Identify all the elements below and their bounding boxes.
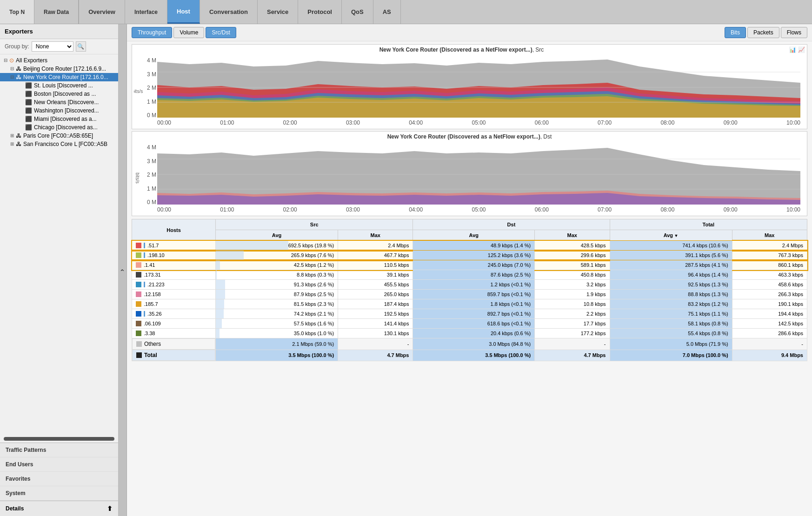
- tab-as[interactable]: AS: [373, 0, 401, 24]
- throughput-button[interactable]: Throughput: [132, 27, 172, 38]
- table-row-host[interactable]: .35.26: [132, 309, 216, 319]
- tree-item-beijing[interactable]: ⊟ 🖧 Beijing Core Router [172.16.6.9...: [0, 65, 118, 73]
- mini-bar-icon: [144, 243, 145, 248]
- tree-item-boston[interactable]: ⬛ Boston [Discovered as ...: [0, 90, 118, 98]
- src-avg-header[interactable]: Avg: [216, 230, 338, 241]
- tab-interface[interactable]: Interface: [125, 0, 167, 24]
- host-name: .06.109: [144, 321, 161, 326]
- color-swatch: [136, 262, 141, 268]
- tree-item-paris[interactable]: ⊞ 🖧 Paris Core [FC00::A5B:65E]: [0, 132, 118, 140]
- tree-item-neworleans[interactable]: ⬛ New Orleans [Discovere...: [0, 98, 118, 106]
- chart-line-icon[interactable]: 📈: [798, 46, 805, 53]
- src-dst-button[interactable]: Src/Dst: [206, 27, 236, 38]
- tab-overview[interactable]: Overview: [79, 0, 125, 24]
- table-row-host[interactable]: .06.109: [132, 319, 216, 329]
- total-total-max: 9.4 Mbps: [732, 350, 807, 361]
- bar-bg: [216, 241, 288, 250]
- data-table: Hosts Src Dst Total Avg Max Avg Max Avg …: [132, 219, 807, 361]
- total-total-avg: 7.0 Mbps (100.0 %): [610, 350, 732, 361]
- src-x-axis: 00:00 01:00 02:00 03:00 04:00 05:00 06:0…: [157, 119, 800, 126]
- total-src-avg: 3.5 Mbps (100.0 %): [216, 350, 338, 361]
- tab-raw-data[interactable]: Raw Data: [34, 0, 79, 24]
- color-swatch: [136, 331, 141, 336]
- router-icon-sf: 🖧: [16, 141, 21, 147]
- tree-all-exporters[interactable]: ⊟ ⊙ All Exporters: [0, 56, 118, 65]
- tab-qos[interactable]: QoS: [342, 0, 373, 24]
- src-max-header[interactable]: Max: [338, 230, 413, 241]
- chart-bar-icon[interactable]: 📊: [789, 46, 796, 53]
- total-avg-cell: 83.2 kbps (1.2 %): [610, 299, 732, 309]
- dst-max-cell: 3.2 kbps: [535, 280, 610, 290]
- others-src-avg: 2.1 Mbps (59.0 %): [216, 338, 338, 350]
- bar-bg: [216, 329, 220, 338]
- tab-top-n[interactable]: Top N: [0, 0, 34, 24]
- src-avg-cell: 91.3 kbps (2.6 %): [216, 280, 338, 290]
- tree-item-newyork[interactable]: ⊟ 🖧 New York Core Router [172.16.0...: [0, 73, 118, 81]
- table-row-host[interactable]: .198.10: [132, 251, 216, 260]
- view-type-buttons: Throughput Volume Src/Dst: [132, 27, 236, 38]
- group-by-select[interactable]: None: [32, 41, 73, 52]
- color-swatch: [136, 301, 141, 307]
- table-row-host[interactable]: .185.7: [132, 299, 216, 309]
- dst-avg-header[interactable]: Avg: [413, 230, 535, 241]
- others-total-max: -: [732, 338, 807, 350]
- total-max-cell: 463.3 kbps: [732, 270, 807, 280]
- src-max-cell: 39.1 kbps: [338, 270, 413, 280]
- table-row-host[interactable]: .173.31: [132, 270, 216, 280]
- bar-bg: [216, 319, 222, 328]
- table-row-host[interactable]: .21.223: [132, 280, 216, 290]
- total-avg-cell: 75.1 kbps (1.1 %): [610, 309, 732, 319]
- total-avg-cell: 287.5 kbps (4.1 %): [610, 260, 732, 270]
- sidebar-bottom: Traffic Patterns End Users Favorites Sys…: [0, 443, 118, 516]
- dst-avg-cell: 245.0 kbps (7.0 %): [413, 260, 535, 270]
- table-row-host[interactable]: .3.38: [132, 329, 216, 338]
- others-row: Others 2.1 Mbps (59.0 %) - 3.0 Mbps (84.…: [132, 338, 807, 350]
- tab-protocol[interactable]: Protocol: [298, 0, 342, 24]
- dst-avg-cell: 125.2 kbps (3.6 %): [413, 251, 535, 260]
- collapse-sidebar-button[interactable]: ‹: [119, 24, 127, 516]
- hosts-header[interactable]: Hosts: [132, 219, 216, 241]
- search-button[interactable]: 🔍: [76, 41, 86, 52]
- src-max-cell: 467.7 kbps: [338, 251, 413, 260]
- volume-button[interactable]: Volume: [173, 27, 204, 38]
- bar-bg: [216, 280, 225, 289]
- dst-max-cell: 177.2 kbps: [535, 329, 610, 338]
- dst-max-header[interactable]: Max: [535, 230, 610, 241]
- bar-bg: [216, 290, 225, 299]
- src-avg-cell: 42.5 kbps (1.2 %): [216, 260, 338, 270]
- iface-icon-chi: ⬛: [25, 124, 32, 131]
- table-area: Hosts Src Dst Total Avg Max Avg Max Avg …: [127, 219, 812, 516]
- sidebar-traffic-patterns[interactable]: Traffic Patterns: [0, 443, 118, 457]
- sidebar-system[interactable]: System: [0, 486, 118, 501]
- sidebar-details[interactable]: Details ⬆: [0, 501, 118, 516]
- total-avg-cell: 96.4 kbps (1.4 %): [610, 270, 732, 280]
- sidebar: Exporters Group by: None 🔍 ⊟ ⊙ All Expor…: [0, 24, 119, 516]
- color-swatch: [136, 311, 141, 317]
- packets-button[interactable]: Packets: [747, 27, 779, 38]
- tree-item-chicago[interactable]: ⬛ Chicago [Discovered as...: [0, 123, 118, 132]
- table-row-host[interactable]: .12.158: [132, 290, 216, 299]
- sidebar-end-users[interactable]: End Users: [0, 457, 118, 472]
- tree-item-miami[interactable]: ⬛ Miami [Discovered as a...: [0, 115, 118, 123]
- sidebar-favorites[interactable]: Favorites: [0, 472, 118, 486]
- tree-item-stlouis[interactable]: ⬛ St. Louis [Discovered ...: [0, 81, 118, 90]
- src-max-cell: 2.4 Mbps: [338, 241, 413, 251]
- host-name: .35.26: [147, 311, 162, 317]
- total-max-header[interactable]: Max: [732, 230, 807, 241]
- dst-max-cell: 428.5 kbps: [535, 241, 610, 251]
- dst-avg-cell: 20.4 kbps (0.6 %): [413, 329, 535, 338]
- tree-item-washington[interactable]: ⬛ Washington [Discovered...: [0, 106, 118, 115]
- tab-conversation[interactable]: Conversation: [200, 0, 258, 24]
- router-icon-paris: 🖧: [16, 132, 21, 139]
- total-max-cell: 194.4 kbps: [732, 309, 807, 319]
- tab-service[interactable]: Service: [258, 0, 298, 24]
- dst-avg-cell: 892.7 bps (<0.1 %): [413, 309, 535, 319]
- tab-host[interactable]: Host: [167, 0, 200, 24]
- table-row-host[interactable]: .1.41: [132, 260, 216, 270]
- tree-item-sf[interactable]: ⊞ 🖧 San Francisco Core L [FC00::A5B: [0, 140, 118, 148]
- table-row-host[interactable]: .51.7: [132, 241, 216, 251]
- charts-area: 📊 📈 New York Core Router (Discovered as …: [127, 41, 812, 219]
- bits-button[interactable]: Bits: [725, 27, 746, 38]
- flows-button[interactable]: Flows: [781, 27, 807, 38]
- total-avg-header[interactable]: Avg: [610, 230, 732, 241]
